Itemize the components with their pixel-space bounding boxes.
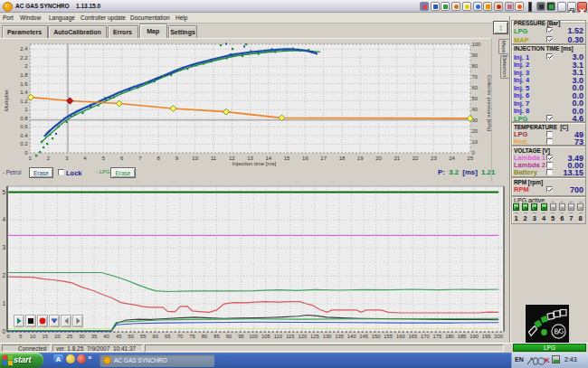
- svg-text:150: 150: [372, 334, 381, 339]
- svg-text:21: 21: [394, 156, 400, 161]
- svg-text:4: 4: [2, 216, 5, 222]
- svg-text:19: 19: [357, 156, 364, 161]
- svg-text:5: 5: [19, 334, 22, 339]
- svg-text:0.4: 0.4: [20, 133, 28, 138]
- svg-text:0: 0: [2, 328, 5, 335]
- svg-text:200: 200: [494, 334, 503, 339]
- svg-text:85: 85: [213, 334, 219, 339]
- svg-text:195: 195: [482, 334, 491, 339]
- svg-text:5: 5: [102, 156, 106, 161]
- svg-text:1.2: 1.2: [20, 99, 28, 104]
- svg-text:8: 8: [157, 156, 161, 161]
- svg-text:16: 16: [302, 156, 308, 161]
- svg-text:7: 7: [138, 156, 142, 161]
- svg-text:45: 45: [116, 334, 121, 339]
- svg-text:1.8: 1.8: [20, 72, 28, 78]
- svg-text:2.4: 2.4: [20, 46, 28, 52]
- svg-text:10: 10: [30, 334, 35, 339]
- svg-text:3: 3: [2, 244, 5, 250]
- svg-text:160: 160: [396, 334, 405, 339]
- svg-text:120: 120: [299, 334, 308, 339]
- svg-text:75: 75: [189, 334, 194, 339]
- svg-text:140: 140: [347, 334, 356, 339]
- svg-text:20: 20: [472, 128, 478, 134]
- svg-text:100: 100: [249, 334, 258, 339]
- svg-text:10: 10: [192, 156, 198, 161]
- svg-text:1: 1: [2, 300, 5, 307]
- svg-text:105: 105: [261, 334, 270, 339]
- svg-text:170: 170: [421, 334, 430, 339]
- svg-text:100: 100: [472, 42, 481, 47]
- svg-text:125: 125: [310, 334, 319, 339]
- svg-text:90: 90: [472, 52, 478, 58]
- svg-text:80: 80: [472, 63, 478, 69]
- svg-text:25: 25: [67, 334, 72, 339]
- svg-text:190: 190: [469, 334, 479, 339]
- svg-text:70: 70: [177, 334, 183, 339]
- svg-text:18: 18: [339, 156, 346, 161]
- svg-text:10: 10: [472, 139, 478, 145]
- svg-text:3: 3: [65, 156, 69, 161]
- svg-text:65: 65: [165, 334, 170, 339]
- svg-text:130: 130: [323, 334, 332, 339]
- svg-text:35: 35: [91, 334, 97, 339]
- svg-text:55: 55: [140, 334, 146, 339]
- svg-text:0: 0: [7, 334, 10, 339]
- svg-text:Injection time [ms]: Injection time [ms]: [232, 161, 277, 166]
- svg-text:30: 30: [79, 334, 84, 339]
- svg-text:11: 11: [211, 156, 217, 161]
- svg-text:15: 15: [284, 156, 290, 161]
- svg-text:180: 180: [445, 334, 454, 339]
- svg-text:135: 135: [335, 334, 344, 339]
- svg-text:165: 165: [408, 334, 417, 339]
- svg-text:50: 50: [128, 334, 133, 339]
- svg-text:175: 175: [433, 334, 442, 339]
- svg-text:155: 155: [384, 334, 393, 339]
- svg-text:1: 1: [24, 107, 28, 112]
- svg-text:95: 95: [238, 334, 243, 339]
- svg-text:1.4: 1.4: [20, 90, 28, 95]
- svg-text:1.6: 1.6: [20, 81, 28, 87]
- svg-text:40: 40: [472, 107, 478, 112]
- svg-text:5: 5: [2, 189, 5, 195]
- svg-text:24: 24: [449, 156, 455, 161]
- svg-text:60: 60: [472, 85, 478, 90]
- svg-text:70: 70: [472, 74, 478, 80]
- svg-text:90: 90: [226, 334, 232, 339]
- svg-text:22: 22: [413, 156, 419, 161]
- svg-text:145: 145: [359, 334, 368, 339]
- svg-text:40: 40: [103, 334, 109, 339]
- svg-text:2: 2: [2, 272, 5, 278]
- svg-text:80: 80: [202, 334, 207, 339]
- svg-text:20: 20: [54, 334, 60, 339]
- svg-text:0.6: 0.6: [20, 124, 28, 129]
- svg-text:20: 20: [375, 156, 382, 161]
- svg-text:4: 4: [83, 156, 87, 161]
- svg-text:25: 25: [468, 156, 474, 161]
- svg-text:15: 15: [43, 334, 48, 339]
- svg-text:185: 185: [458, 334, 467, 339]
- svg-text:0.8: 0.8: [20, 116, 28, 121]
- svg-text:2.2: 2.2: [20, 55, 28, 61]
- svg-text:9: 9: [175, 156, 179, 161]
- svg-text:1: 1: [29, 156, 33, 161]
- svg-text:23: 23: [431, 156, 437, 161]
- svg-text:60: 60: [153, 334, 158, 339]
- svg-text:110: 110: [274, 334, 282, 339]
- svg-text:50: 50: [472, 96, 478, 101]
- svg-text:0.2: 0.2: [20, 141, 28, 146]
- svg-text:6: 6: [120, 156, 124, 161]
- svg-text:17: 17: [320, 156, 327, 161]
- svg-text:Multiplier: Multiplier: [4, 90, 9, 111]
- svg-text:2: 2: [24, 63, 28, 69]
- svg-text:115: 115: [286, 334, 294, 339]
- svg-text:2: 2: [47, 156, 51, 161]
